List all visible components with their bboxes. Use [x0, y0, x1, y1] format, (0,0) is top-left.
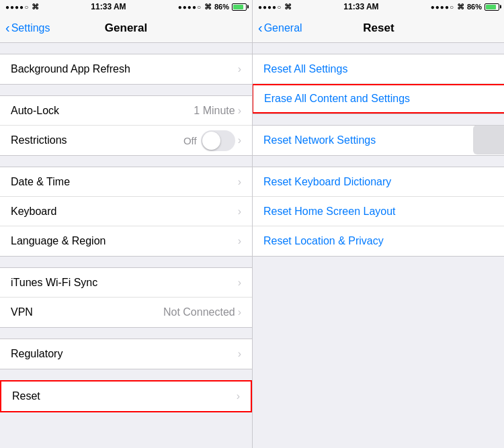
- right-status-bar-right: ●●●●○ ⌘ 86%: [431, 3, 499, 11]
- left-section-6: Reset ›: [0, 380, 252, 412]
- vpn-row[interactable]: VPN Not Connected ›: [0, 298, 252, 327]
- itunes-wifi-row[interactable]: iTunes Wi-Fi Sync ›: [0, 268, 252, 298]
- vpn-chevron: ›: [238, 306, 241, 318]
- right-section-2: Reset Network Settings: [253, 125, 504, 156]
- reset-network-label: Reset Network Settings: [263, 134, 494, 146]
- reset-network-row[interactable]: Reset Network Settings: [253, 126, 504, 155]
- carrier-signal-icon: ●●●●○: [178, 3, 202, 11]
- left-status-bar-right: ●●●●○ ⌘ 86%: [178, 3, 247, 11]
- reset-label: Reset: [12, 390, 237, 402]
- background-app-refresh-chevron: ›: [238, 63, 241, 75]
- restrictions-chevron: ›: [238, 134, 241, 146]
- auto-lock-label: Auto-Lock: [11, 105, 194, 117]
- date-time-chevron: ›: [238, 176, 241, 188]
- reset-location-row[interactable]: Reset Location & Privacy: [253, 226, 504, 256]
- right-section-3: Reset Keyboard Dictionary Reset Home Scr…: [253, 167, 504, 257]
- restrictions-row[interactable]: Restrictions Off ›: [0, 126, 252, 155]
- auto-lock-row[interactable]: Auto-Lock 1 Minute ›: [0, 96, 252, 126]
- right-section-3-group: Reset Keyboard Dictionary Reset Home Scr…: [253, 167, 504, 257]
- reset-row[interactable]: Reset ›: [1, 382, 251, 411]
- left-status-bar-left: ●●●●○ ⌘: [5, 3, 39, 11]
- right-back-chevron-icon: ‹: [258, 21, 263, 34]
- auto-lock-chevron: ›: [238, 105, 241, 117]
- left-back-chevron-icon: ‹: [5, 21, 10, 34]
- left-nav-bar: ‹ Settings General: [0, 13, 252, 43]
- left-panel: ●●●●○ ⌘ 11:33 AM ●●●●○ ⌘ 86% ‹ Settings …: [0, 0, 252, 448]
- itunes-wifi-label: iTunes Wi-Fi Sync: [11, 277, 238, 289]
- itunes-wifi-chevron: ›: [238, 277, 241, 289]
- battery-percent-right: 86%: [467, 3, 482, 11]
- regulatory-label: Regulatory: [11, 348, 238, 360]
- left-section-3: Date & Time › Keyboard › Language & Regi…: [0, 167, 252, 257]
- right-status-bar-left: ●●●●○ ⌘: [258, 3, 292, 11]
- erase-all-content-label: Erase All Content and Settings: [264, 93, 493, 105]
- erase-all-content-row[interactable]: Erase All Content and Settings: [253, 84, 504, 114]
- left-time: 11:33 AM: [91, 2, 126, 11]
- left-section-2: Auto-Lock 1 Minute › Restrictions Off ›: [0, 95, 252, 156]
- battery-percent-left: 86%: [214, 3, 229, 11]
- left-section-1-group: Background App Refresh ›: [0, 54, 252, 85]
- left-section-4: iTunes Wi-Fi Sync › VPN Not Connected ›: [0, 267, 252, 328]
- keyboard-label: Keyboard: [11, 206, 238, 218]
- restrictions-label: Restrictions: [11, 134, 183, 146]
- right-back-label: General: [264, 22, 302, 34]
- right-wifi-icon: ⌘: [284, 3, 292, 11]
- reset-keyboard-row[interactable]: Reset Keyboard Dictionary: [253, 167, 504, 197]
- right-status-bar: ●●●●○ ⌘ 11:33 AM ●●●●○ ⌘ 86%: [253, 0, 504, 13]
- right-nav-title: Reset: [363, 21, 394, 35]
- left-section-4-group: iTunes Wi-Fi Sync › VPN Not Connected ›: [0, 267, 252, 328]
- date-time-row[interactable]: Date & Time ›: [0, 167, 252, 197]
- wifi-icon: ⌘: [32, 3, 39, 11]
- right-signal-icon: ●●●●○: [258, 3, 282, 11]
- keyboard-chevron: ›: [238, 206, 241, 218]
- left-section-6-group: Reset ›: [0, 380, 252, 412]
- reset-home-screen-label: Reset Home Screen Layout: [263, 206, 494, 218]
- background-app-refresh-label: Background App Refresh: [11, 63, 238, 75]
- reset-chevron: ›: [237, 390, 240, 402]
- right-back-button[interactable]: ‹ General: [258, 21, 302, 34]
- scroll-preview-overlay: [473, 125, 504, 154]
- keyboard-row[interactable]: Keyboard ›: [0, 197, 252, 226]
- right-section-1: Reset All Settings Erase All Content and…: [253, 54, 504, 114]
- restrictions-toggle[interactable]: [201, 130, 235, 151]
- wifi-right-icon: ⌘: [204, 3, 212, 11]
- right-section-1-group: Reset All Settings Erase All Content and…: [253, 54, 504, 114]
- date-time-label: Date & Time: [11, 176, 238, 188]
- battery-fill-left: [233, 5, 243, 9]
- regulatory-row[interactable]: Regulatory ›: [0, 339, 252, 369]
- right-nav-bar: ‹ General Reset: [253, 13, 504, 43]
- left-nav-title: General: [105, 21, 147, 35]
- battery-fill-right: [486, 5, 496, 9]
- language-region-row[interactable]: Language & Region ›: [0, 226, 252, 256]
- right-carrier-icon: ●●●●○: [431, 3, 454, 11]
- right-section-2-group: Reset Network Settings: [253, 125, 504, 156]
- reset-home-screen-row[interactable]: Reset Home Screen Layout: [253, 197, 504, 226]
- right-wifi-right-icon: ⌘: [457, 3, 464, 11]
- right-time: 11:33 AM: [343, 2, 378, 11]
- reset-all-settings-label: Reset All Settings: [263, 63, 494, 75]
- restrictions-value: Off: [183, 135, 197, 146]
- left-section-2-group: Auto-Lock 1 Minute › Restrictions Off ›: [0, 95, 252, 156]
- regulatory-chevron: ›: [238, 348, 241, 360]
- left-status-bar: ●●●●○ ⌘ 11:33 AM ●●●●○ ⌘ 86%: [0, 0, 252, 13]
- left-panel-content: Background App Refresh › Auto-Lock 1 Min…: [0, 43, 252, 448]
- auto-lock-value: 1 Minute: [194, 105, 235, 117]
- reset-keyboard-label: Reset Keyboard Dictionary: [263, 176, 494, 188]
- left-section-5: Regulatory ›: [0, 339, 252, 369]
- language-region-chevron: ›: [238, 235, 241, 247]
- left-section-5-group: Regulatory ›: [0, 339, 252, 369]
- reset-all-settings-row[interactable]: Reset All Settings: [253, 54, 504, 84]
- vpn-label: VPN: [11, 306, 163, 318]
- signal-icon: ●●●●○: [5, 3, 29, 11]
- left-section-3-group: Date & Time › Keyboard › Language & Regi…: [0, 167, 252, 257]
- right-panel-content: Reset All Settings Erase All Content and…: [253, 43, 504, 448]
- left-back-button[interactable]: ‹ Settings: [5, 21, 50, 34]
- battery-icon-right: [485, 3, 499, 11]
- reset-location-label: Reset Location & Privacy: [263, 235, 494, 247]
- background-app-refresh-row[interactable]: Background App Refresh ›: [0, 54, 252, 84]
- language-region-label: Language & Region: [11, 235, 238, 247]
- battery-icon-left: [232, 3, 247, 11]
- left-section-1: Background App Refresh ›: [0, 54, 252, 85]
- restrictions-toggle-thumb: [202, 132, 220, 150]
- left-back-label: Settings: [11, 22, 50, 34]
